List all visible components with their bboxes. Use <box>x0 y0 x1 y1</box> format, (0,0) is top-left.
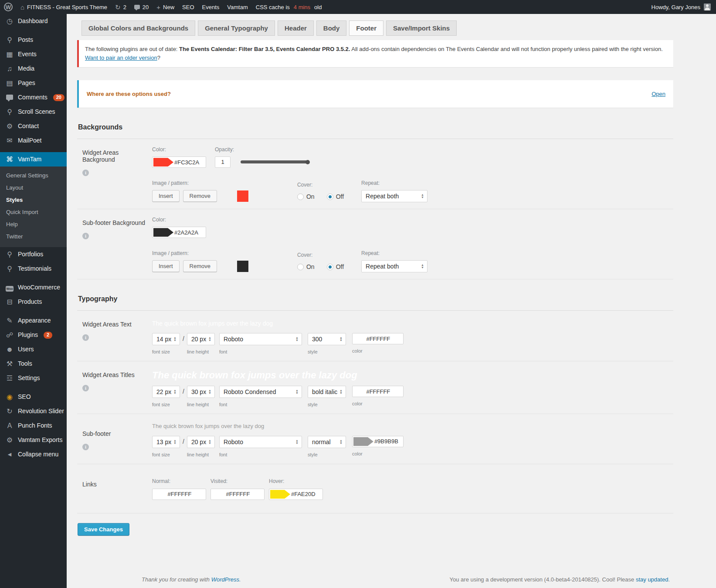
site-name-menu[interactable]: ⌂ FITNESS - Great Sports Theme <box>17 0 111 14</box>
slider-handle[interactable] <box>305 160 310 164</box>
updates-menu[interactable]: ↻ 2 <box>111 0 130 14</box>
background-color-input[interactable]: #FC3C2A <box>152 156 206 168</box>
sidebar-item-revolution-slider[interactable]: ↻ Revolution Slider <box>0 404 67 418</box>
link-visited-color-input[interactable]: #FFFFFF <box>210 489 265 500</box>
sidebar-item-scroll-scenes[interactable]: ⚲ Scroll Scenes <box>0 105 67 119</box>
events-menu[interactable]: Events <box>198 0 224 14</box>
link-normal-color-input[interactable]: #FFFFFF <box>152 489 206 500</box>
info-icon[interactable]: i <box>82 444 89 450</box>
links-row: Links Normal: #FFFFFF Visited: #FFFFFF <box>77 464 673 513</box>
seo-menu[interactable]: SEO <box>178 0 198 14</box>
wordpress-link[interactable]: WordPress <box>211 576 239 583</box>
font-family-select[interactable]: Roboto ▲▼ <box>219 333 302 345</box>
select-arrows-icon: ▲▼ <box>339 439 343 445</box>
sidebar-item-mailpoet[interactable]: ✉ MailPoet <box>0 133 67 148</box>
sidebar-item-tools[interactable]: ⚒ Tools <box>0 357 67 371</box>
font-family-select[interactable]: Roboto Condensed ▲▼ <box>219 386 302 398</box>
submenu-item-twitter[interactable]: Twitter <box>0 231 67 243</box>
tab-global-colors[interactable]: Global Colors and Backgrounds <box>81 20 195 36</box>
cover-on-radio[interactable] <box>297 264 304 270</box>
insert-button[interactable]: Insert <box>152 260 180 272</box>
repeat-select[interactable]: Repeat both ▲▼ <box>361 190 428 202</box>
submenu-item-layout[interactable]: Layout <box>0 182 67 194</box>
sidebar-item-portfolios[interactable]: ⚲ Portfolios <box>0 247 67 262</box>
remove-button[interactable]: Remove <box>183 190 217 202</box>
stay-updated-link[interactable]: stay updated <box>636 576 668 583</box>
sidebar-item-dashboard[interactable]: ◷ Dashboard <box>0 14 67 28</box>
font-family-select[interactable]: Roboto ▲▼ <box>219 436 302 448</box>
new-content-menu[interactable]: + New <box>153 0 178 14</box>
sidebar-item-posts[interactable]: ⚲ Posts <box>0 33 67 47</box>
tab-body[interactable]: Body <box>316 20 347 36</box>
info-icon[interactable]: i <box>82 385 89 391</box>
insert-button[interactable]: Insert <box>152 190 180 202</box>
color-swatch <box>270 490 290 499</box>
sidebar-item-contact[interactable]: ⚙ Contact <box>0 119 67 133</box>
sidebar-item-punch-fonts[interactable]: A Punch Fonts <box>0 418 67 433</box>
sidebar-item-vamtam-exports[interactable]: ⚙ Vamtam Exports <box>0 433 67 447</box>
link-hover-color-input[interactable]: #FAE20D <box>269 489 323 500</box>
info-icon[interactable]: i <box>82 334 89 341</box>
opacity-input[interactable]: 1 <box>215 156 231 168</box>
sidebar-item-media[interactable]: ♫ Media <box>0 61 67 76</box>
font-color-input[interactable]: #FFFFFF <box>352 333 404 344</box>
submenu-item-quick-import[interactable]: Quick Import <box>0 206 67 218</box>
tab-save-import-skins[interactable]: Save/Import Skins <box>386 20 457 36</box>
sidebar-item-testimonials[interactable]: ⚲ Testimonials <box>0 262 67 276</box>
pages-icon: ▤ <box>5 79 14 87</box>
font-style-select[interactable]: bold italic ▲▼ <box>308 386 346 398</box>
font-style-select[interactable]: normal ▲▼ <box>308 436 346 448</box>
cover-off-radio[interactable] <box>327 194 333 200</box>
open-link[interactable]: Open <box>652 91 665 97</box>
sidebar-item-plugins[interactable]: ☍ Plugins 2 <box>0 328 67 342</box>
tab-footer[interactable]: Footer <box>349 20 383 36</box>
sidebar-item-settings[interactable]: ☲ Settings <box>0 371 67 385</box>
sidebar-item-comments[interactable]: Comments 20 <box>0 90 67 105</box>
dashboard-icon: ◷ <box>5 17 14 25</box>
line-height-select[interactable]: 30 px ▲▼ <box>187 386 215 398</box>
wp-logo-menu[interactable]: W <box>0 0 17 14</box>
font-color-input[interactable]: #9B9B9B <box>352 436 404 447</box>
sidebar-item-seo[interactable]: ◉ SEO <box>0 390 67 404</box>
submenu-item-help[interactable]: Help <box>0 218 67 231</box>
sidebar-item-vamtam[interactable]: ⌘ VamTam <box>0 152 67 167</box>
sidebar-item-woocommerce[interactable]: Woo WooCommerce <box>0 280 67 295</box>
howdy-account-menu[interactable]: Howdy, Gary Jones <box>652 4 700 10</box>
vamtam-submenu: General Settings Layout Styles Quick Imp… <box>0 167 67 247</box>
css-cache-status[interactable]: CSS cache is 4 mins old <box>252 0 326 14</box>
tab-header[interactable]: Header <box>278 20 314 36</box>
comments-menu[interactable]: 20 <box>130 0 153 14</box>
select-arrows-icon: ▲▼ <box>208 439 211 445</box>
font-color-input[interactable]: #FFFFFF <box>352 386 404 397</box>
submenu-item-styles[interactable]: Styles <box>0 194 67 206</box>
vamtam-menu[interactable]: Vamtam <box>223 0 251 14</box>
comment-icon <box>134 5 140 9</box>
cover-on-radio[interactable] <box>297 194 304 200</box>
pair-older-version-link[interactable]: Want to pair an older version <box>85 54 157 61</box>
tab-general-typography[interactable]: General Typography <box>198 20 275 36</box>
font-size-select[interactable]: 13 px ▲▼ <box>152 436 180 448</box>
avatar[interactable] <box>704 3 711 10</box>
background-color-input[interactable]: #2A2A2A <box>152 227 206 238</box>
cover-off-radio[interactable] <box>327 264 333 270</box>
sidebar-item-collapse-menu[interactable]: ◀ Collapse menu <box>0 447 67 462</box>
opacity-slider[interactable] <box>241 160 308 163</box>
remove-button[interactable]: Remove <box>183 260 217 272</box>
tab-bar: Global Colors and Backgrounds General Ty… <box>81 20 716 36</box>
info-icon[interactable]: i <box>82 170 89 176</box>
save-changes-button[interactable]: Save Changes <box>78 523 129 536</box>
info-icon[interactable]: i <box>82 233 89 239</box>
sidebar-item-appearance[interactable]: ✎ Appearance <box>0 313 67 328</box>
line-height-select[interactable]: 20 px ▲▼ <box>187 436 215 448</box>
sidebar-item-products[interactable]: ⊟ Products <box>0 295 67 309</box>
sidebar-item-events[interactable]: ▦ Events <box>0 47 67 61</box>
calendar-icon: ▦ <box>5 51 14 58</box>
sidebar-item-users[interactable]: ☻ Users <box>0 342 67 357</box>
font-size-select[interactable]: 22 px ▲▼ <box>152 386 180 398</box>
repeat-select[interactable]: Repeat both ▲▼ <box>361 260 428 272</box>
font-size-select[interactable]: 14 px ▲▼ <box>152 333 180 345</box>
sidebar-item-pages[interactable]: ▤ Pages <box>0 76 67 90</box>
font-style-select[interactable]: 300 ▲▼ <box>308 333 346 345</box>
submenu-item-general-settings[interactable]: General Settings <box>0 170 67 182</box>
line-height-select[interactable]: 20 px ▲▼ <box>187 333 215 345</box>
